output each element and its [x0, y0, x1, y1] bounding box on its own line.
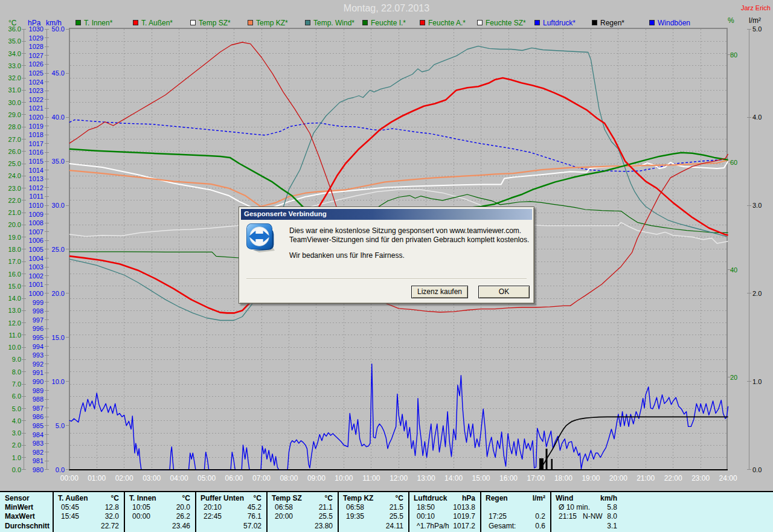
- svg-text:16.0: 16.0: [8, 271, 21, 278]
- svg-text:11.0: 11.0: [8, 332, 21, 339]
- svg-text:12.0: 12.0: [8, 319, 21, 327]
- svg-text:1030: 1030: [29, 25, 43, 33]
- svg-text:15.0: 15.0: [8, 283, 21, 290]
- svg-text:14:00: 14:00: [444, 474, 463, 482]
- svg-text:08:00: 08:00: [280, 474, 298, 482]
- svg-text:21.0: 21.0: [8, 209, 21, 216]
- svg-text:20.0: 20.0: [8, 221, 21, 228]
- svg-text:4.0: 4.0: [12, 417, 21, 425]
- svg-text:996: 996: [33, 325, 43, 332]
- svg-text:22.0: 22.0: [8, 197, 21, 204]
- svg-text:2.0: 2.0: [12, 441, 21, 449]
- svg-text:45.0: 45.0: [52, 69, 65, 77]
- svg-text:992: 992: [33, 361, 43, 368]
- svg-text:989: 989: [33, 387, 43, 394]
- svg-text:1006: 1006: [29, 237, 43, 244]
- svg-text:04:00: 04:00: [170, 474, 188, 482]
- svg-text:24.0: 24.0: [8, 172, 21, 179]
- svg-text:17.0: 17.0: [8, 258, 21, 265]
- svg-text:0.0: 0.0: [752, 466, 762, 473]
- svg-text:07:00: 07:00: [252, 474, 271, 482]
- svg-text:25.0: 25.0: [8, 160, 21, 167]
- svg-text:00:00: 00:00: [60, 474, 79, 482]
- svg-text:1001: 1001: [29, 281, 43, 288]
- svg-text:16:00: 16:00: [499, 474, 518, 482]
- svg-text:1009: 1009: [29, 211, 43, 218]
- svg-text:32.0: 32.0: [8, 74, 21, 82]
- svg-text:20:00: 20:00: [609, 474, 627, 482]
- svg-text:1003: 1003: [29, 263, 43, 271]
- svg-text:1.0: 1.0: [752, 378, 762, 385]
- svg-text:1018: 1018: [29, 131, 43, 138]
- svg-text:2.0: 2.0: [752, 290, 762, 297]
- svg-text:19.0: 19.0: [8, 234, 21, 241]
- svg-text:15:00: 15:00: [472, 474, 490, 482]
- svg-text:13:00: 13:00: [417, 474, 435, 482]
- svg-text:1005: 1005: [29, 246, 43, 253]
- svg-text:1008: 1008: [29, 219, 43, 226]
- svg-text:1023: 1023: [29, 87, 43, 94]
- svg-text:33.0: 33.0: [8, 62, 21, 69]
- svg-text:34.0: 34.0: [8, 50, 21, 57]
- svg-text:991: 991: [33, 369, 43, 376]
- svg-text:987: 987: [33, 405, 43, 412]
- svg-text:8.0: 8.0: [12, 368, 21, 376]
- svg-text:1014: 1014: [29, 167, 43, 174]
- svg-text:997: 997: [33, 316, 43, 324]
- svg-text:3.0: 3.0: [752, 202, 762, 209]
- svg-text:986: 986: [33, 413, 43, 420]
- svg-text:1011: 1011: [29, 193, 43, 200]
- svg-text:21:00: 21:00: [637, 474, 655, 482]
- svg-text:18.0: 18.0: [8, 246, 21, 253]
- svg-text:3.0: 3.0: [12, 429, 21, 437]
- svg-text:09:00: 09:00: [307, 474, 326, 482]
- svg-text:10.0: 10.0: [52, 378, 65, 385]
- svg-text:10:00: 10:00: [335, 474, 353, 482]
- svg-text:23:00: 23:00: [691, 474, 710, 482]
- svg-text:05:00: 05:00: [197, 474, 216, 482]
- svg-text:60: 60: [730, 159, 737, 166]
- svg-text:1016: 1016: [29, 149, 43, 156]
- svg-text:988: 988: [33, 396, 43, 403]
- svg-text:80: 80: [730, 51, 737, 59]
- svg-text:1025: 1025: [29, 69, 43, 77]
- svg-text:17:00: 17:00: [527, 474, 545, 482]
- svg-text:15.0: 15.0: [52, 334, 65, 341]
- svg-text:5.0: 5.0: [12, 405, 21, 412]
- svg-text:40.0: 40.0: [52, 114, 65, 121]
- svg-text:1029: 1029: [29, 34, 43, 42]
- svg-text:31.0: 31.0: [8, 86, 21, 94]
- svg-text:5.0: 5.0: [56, 422, 65, 429]
- svg-text:1024: 1024: [29, 79, 43, 86]
- svg-text:35.0: 35.0: [52, 158, 65, 165]
- svg-text:30.0: 30.0: [8, 99, 21, 106]
- svg-text:11:00: 11:00: [362, 474, 380, 482]
- svg-text:20.0: 20.0: [52, 290, 65, 297]
- svg-text:1015: 1015: [29, 158, 43, 165]
- svg-text:984: 984: [33, 431, 43, 438]
- svg-text:1002: 1002: [29, 272, 43, 280]
- svg-text:30.0: 30.0: [52, 202, 65, 209]
- svg-text:06:00: 06:00: [225, 474, 243, 482]
- svg-text:7.0: 7.0: [12, 380, 21, 388]
- svg-text:10.0: 10.0: [8, 344, 21, 351]
- svg-text:999: 999: [33, 299, 43, 306]
- svg-text:980: 980: [33, 466, 43, 473]
- svg-text:50.0: 50.0: [52, 25, 65, 33]
- svg-text:982: 982: [33, 449, 43, 456]
- svg-text:20: 20: [730, 374, 737, 381]
- svg-text:28.0: 28.0: [8, 123, 21, 130]
- svg-text:1007: 1007: [29, 228, 43, 236]
- svg-text:14.0: 14.0: [8, 295, 21, 302]
- svg-text:40: 40: [730, 266, 737, 274]
- svg-text:1019: 1019: [29, 123, 43, 130]
- svg-text:1000: 1000: [29, 290, 43, 297]
- svg-text:23.0: 23.0: [8, 185, 21, 192]
- svg-text:6.0: 6.0: [12, 393, 21, 400]
- svg-text:26.0: 26.0: [8, 148, 21, 155]
- svg-text:995: 995: [33, 334, 43, 341]
- svg-text:0.0: 0.0: [12, 466, 21, 473]
- svg-text:1028: 1028: [29, 43, 43, 50]
- svg-text:9.0: 9.0: [12, 356, 21, 363]
- svg-text:1.0: 1.0: [12, 454, 21, 461]
